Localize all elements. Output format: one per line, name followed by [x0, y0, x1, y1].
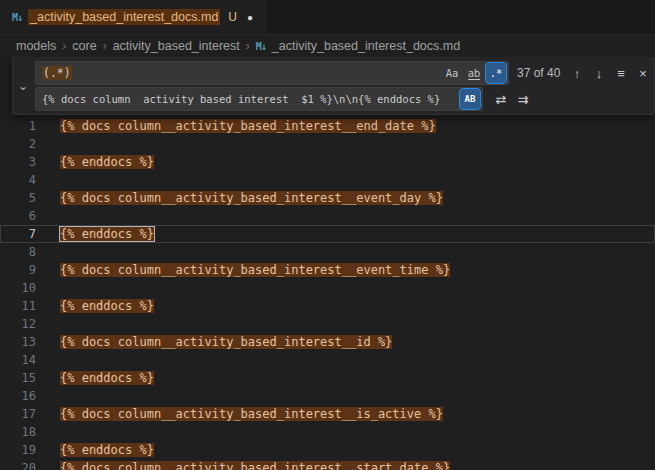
line-number: 17 — [0, 405, 36, 423]
find-replace-widget: ⌄ (.*) Aa ab .* 37 of 40 ↑ ↓ ≡ × {% docs… — [12, 57, 655, 115]
line-number: 18 — [0, 423, 36, 441]
editor-line[interactable]: 4 — [0, 171, 655, 189]
line-text: {% docs column__activity_based_interest_… — [60, 407, 443, 421]
line-text: {% enddocs %} — [60, 155, 154, 169]
breadcrumb-item-models[interactable]: models — [16, 39, 56, 53]
line-text: {% enddocs %} — [60, 299, 154, 313]
editor-line[interactable]: 6 — [0, 207, 655, 225]
line-number: 7 — [0, 225, 36, 243]
find-input-selection: (.*) — [42, 66, 72, 80]
replace-input-value: {% docs column__activity_based_interest_… — [42, 93, 458, 105]
editor-line[interactable]: 13 {% docs column__activity_based_intere… — [0, 333, 655, 351]
line-text: {% enddocs %} — [60, 227, 154, 241]
find-in-selection-icon: ≡ — [617, 66, 625, 81]
find-input[interactable]: (.*) Aa ab .* — [35, 61, 509, 85]
find-in-selection-button[interactable]: ≡ — [611, 63, 631, 83]
line-number: 2 — [0, 135, 36, 153]
line-number: 15 — [0, 369, 36, 387]
tab-activity-based-interest-docs[interactable]: M↓ _activity_based_interest_docs.md U ● — [0, 0, 266, 34]
preserve-case-button[interactable]: AB — [460, 89, 480, 109]
line-number: 1 — [0, 117, 36, 135]
replace-button[interactable]: ⇄ — [491, 89, 511, 109]
line-number: 4 — [0, 171, 36, 189]
editor-line[interactable]: 19 {% enddocs %} — [0, 441, 655, 459]
results-count: 37 of 40 — [517, 66, 565, 80]
regex-button[interactable]: .* — [486, 63, 506, 83]
next-match-button[interactable]: ↓ — [589, 63, 609, 83]
arrow-up-icon: ↑ — [574, 66, 581, 81]
editor-line[interactable]: 10 — [0, 279, 655, 297]
modified-dot-icon[interactable]: ● — [247, 12, 253, 23]
line-number: 8 — [0, 243, 36, 261]
breadcrumb-item-activity-based-interest[interactable]: activity_based_interest — [113, 39, 240, 53]
editor-line[interactable]: 12 — [0, 315, 655, 333]
line-number: 3 — [0, 153, 36, 171]
editor-content: 1 {% docs column__activity_based_interes… — [0, 117, 655, 470]
chevron-down-icon: ⌄ — [18, 79, 28, 93]
close-icon: × — [639, 66, 647, 81]
editor-line[interactable]: 3 {% enddocs %} — [0, 153, 655, 171]
editor-line[interactable]: 16 — [0, 387, 655, 405]
line-number: 6 — [0, 207, 36, 225]
line-text: {% docs column__activity_based_interest_… — [60, 119, 436, 133]
git-status-badge: U — [228, 10, 237, 24]
line-text: {% docs column__activity_based_interest_… — [60, 335, 392, 349]
line-text: {% docs column__activity_based_interest_… — [60, 461, 450, 470]
tab-bar: M↓ _activity_based_interest_docs.md U ● — [0, 0, 655, 35]
line-number: 11 — [0, 297, 36, 315]
replace-row: {% docs column__activity_based_interest_… — [35, 87, 533, 111]
editor-line[interactable]: 9 {% docs column__activity_based_interes… — [0, 261, 655, 279]
line-number: 10 — [0, 279, 36, 297]
find-input-value: (.*) — [42, 66, 440, 80]
match-case-button[interactable]: Aa — [442, 63, 462, 83]
markdown-icon: M↓ — [12, 12, 22, 23]
line-text: {% docs column__activity_based_interest_… — [60, 191, 443, 205]
editor-line[interactable]: 15 {% enddocs %} — [0, 369, 655, 387]
editor[interactable]: ⌄ (.*) Aa ab .* 37 of 40 ↑ ↓ ≡ × {% docs… — [0, 57, 655, 470]
editor-line[interactable]: 11 {% enddocs %} — [0, 297, 655, 315]
editor-line[interactable]: 5 {% docs column__activity_based_interes… — [0, 189, 655, 207]
editor-line[interactable]: 20 {% docs column__activity_based_intere… — [0, 459, 655, 470]
vscode-window: M↓ _activity_based_interest_docs.md U ● … — [0, 0, 655, 470]
line-number: 12 — [0, 315, 36, 333]
previous-match-button[interactable]: ↑ — [567, 63, 587, 83]
breadcrumb-item-core[interactable]: core — [72, 39, 96, 53]
editor-line[interactable]: 2 — [0, 135, 655, 153]
breadcrumb-item-filename[interactable]: _activity_based_interest_docs.md — [272, 39, 460, 53]
breadcrumb-separator: › — [246, 39, 250, 53]
line-text: {% enddocs %} — [60, 371, 154, 385]
line-number: 5 — [0, 189, 36, 207]
arrow-down-icon: ↓ — [596, 66, 603, 81]
markdown-icon: M↓ — [256, 41, 266, 52]
breadcrumb: models › core › activity_based_interest … — [0, 35, 655, 57]
replace-icon: ⇄ — [496, 92, 507, 107]
editor-line[interactable]: 7 {% enddocs %} — [0, 225, 655, 243]
editor-line[interactable]: 18 — [0, 423, 655, 441]
replace-all-button[interactable]: ⇉ — [513, 89, 533, 109]
editor-line[interactable]: 17 {% docs column__activity_based_intere… — [0, 405, 655, 423]
line-text: {% docs column__activity_based_interest_… — [60, 263, 450, 277]
close-find-button[interactable]: × — [633, 63, 653, 83]
replace-all-icon: ⇉ — [518, 92, 529, 107]
tab-title: _activity_based_interest_docs.md — [28, 9, 220, 25]
whole-word-button[interactable]: ab — [464, 63, 484, 83]
editor-line[interactable]: 14 — [0, 351, 655, 369]
line-number: 16 — [0, 387, 36, 405]
line-number: 9 — [0, 261, 36, 279]
breadcrumb-separator: › — [103, 39, 107, 53]
line-number: 14 — [0, 351, 36, 369]
line-number: 19 — [0, 441, 36, 459]
editor-line[interactable]: 1 {% docs column__activity_based_interes… — [0, 117, 655, 135]
editor-line[interactable]: 8 — [0, 243, 655, 261]
line-text: {% enddocs %} — [60, 443, 154, 457]
line-number: 20 — [0, 459, 36, 470]
replace-input[interactable]: {% docs column__activity_based_interest_… — [35, 87, 483, 111]
breadcrumb-separator: › — [62, 39, 66, 53]
toggle-replace-button[interactable]: ⌄ — [14, 79, 32, 93]
find-row: (.*) Aa ab .* 37 of 40 ↑ ↓ ≡ × — [35, 61, 653, 85]
line-number: 13 — [0, 333, 36, 351]
